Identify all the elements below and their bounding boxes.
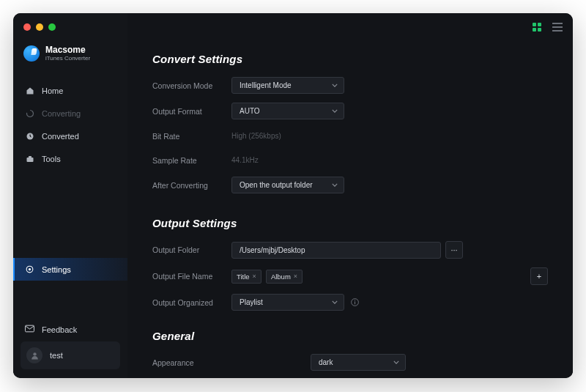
chevron-down-icon [332,181,338,189]
svg-rect-2 [29,156,31,158]
avatar-icon [26,347,42,363]
sidebar-item-feedback[interactable]: Feedback [21,319,120,340]
section-title-general: General [152,330,548,342]
sidebar-item-label: Tools [42,155,61,163]
window-controls [23,23,56,31]
input-output-folder[interactable]: /Users/mjbj/Desktop [231,242,441,259]
settings-content[interactable]: Convert Settings Conversion Mode Intelli… [127,13,573,378]
select-value: dark [319,358,333,366]
main-panel: Convert Settings Conversion Mode Intelli… [127,13,573,378]
chevron-down-icon [332,107,338,115]
chevron-down-icon [393,358,399,366]
select-appearance[interactable]: dark [311,354,406,371]
input-value: /Users/mjbj/Desktop [240,246,305,254]
label-sample-rate: Sample Rate [152,156,231,165]
svg-rect-15 [355,301,355,304]
tag-label: Title [237,273,250,281]
home-icon [25,86,34,95]
sidebar-item-label: Converted [42,132,79,141]
sidebar: Macsome iTunes Converter Home Converting [13,13,127,378]
svg-point-6 [33,352,36,355]
chevron-down-icon [332,81,338,89]
value-sample-rate: 44.1kHz [231,152,344,168]
select-conversion-mode[interactable]: Intelligent Mode [231,77,344,94]
label-conversion-mode: Conversion Mode [152,81,231,90]
label-output-filename: Output File Name [152,272,231,281]
select-output-organized[interactable]: Playlist [231,294,344,311]
toolbox-icon [25,154,34,163]
select-value: Playlist [240,298,263,306]
remove-tag-icon[interactable]: × [294,273,297,280]
tag-title[interactable]: Title × [231,270,262,284]
tag-album[interactable]: Album × [266,270,303,284]
select-value: Intelligent Mode [240,81,292,89]
sidebar-item-label: Converting [42,109,81,118]
label-output-format: Output Format [152,107,231,116]
browse-folder-button[interactable]: ··· [445,241,463,259]
remove-tag-icon[interactable]: × [253,273,256,280]
app-window: Macsome iTunes Converter Home Converting [13,13,573,378]
label-output-folder: Output Folder [152,245,231,254]
select-output-format[interactable]: AUTO [231,103,344,119]
mail-icon [25,325,34,334]
app-logo-icon [23,45,40,62]
label-after-converting: After Converting [152,181,231,190]
svg-rect-16 [355,300,355,300]
value-bit-rate: High (256kbps) [231,128,344,144]
clock-icon [25,131,34,141]
svg-rect-1 [26,158,33,162]
minimize-window-button[interactable] [36,23,43,31]
spinner-icon [25,108,34,118]
brand: Macsome iTunes Converter [13,45,127,75]
select-value: AUTO [240,107,260,115]
label-output-organized: Output Organized [152,298,231,307]
app-subtitle: iTunes Converter [45,56,90,62]
filename-tags: Title × Album × [231,270,303,284]
sidebar-item-home[interactable]: Home [13,79,127,102]
select-value: Open the output folder [240,181,313,189]
label-appearance: Appearance [152,358,231,367]
select-value: 44.1kHz [231,156,259,164]
app-name: Macsome [45,45,90,54]
sidebar-item-tools[interactable]: Tools [13,147,127,170]
sidebar-item-converted[interactable]: Converted [13,125,127,147]
chevron-down-icon [332,298,338,306]
user-name: test [50,351,63,360]
maximize-window-button[interactable] [48,23,56,31]
section-title-convert: Convert Settings [152,53,548,65]
label-bit-rate: Bit Rate [152,132,231,141]
close-window-button[interactable] [23,23,31,31]
user-account-card[interactable]: test [21,341,120,369]
svg-point-4 [29,268,31,270]
sidebar-item-converting[interactable]: Converting [13,102,127,125]
select-value: High (256kbps) [231,132,281,140]
select-after-converting[interactable]: Open the output folder [231,177,344,193]
tag-label: Album [271,273,291,281]
sidebar-item-label: Settings [42,265,71,274]
gear-icon [25,265,34,274]
nav: Home Converting Converted Tools [13,79,127,170]
sidebar-item-label: Feedback [42,325,77,334]
sidebar-item-label: Home [42,86,63,95]
info-icon[interactable] [350,297,360,307]
section-title-output: Output Settings [152,217,548,229]
add-tag-button[interactable]: + [530,267,548,285]
sidebar-item-settings[interactable]: Settings [13,258,127,281]
